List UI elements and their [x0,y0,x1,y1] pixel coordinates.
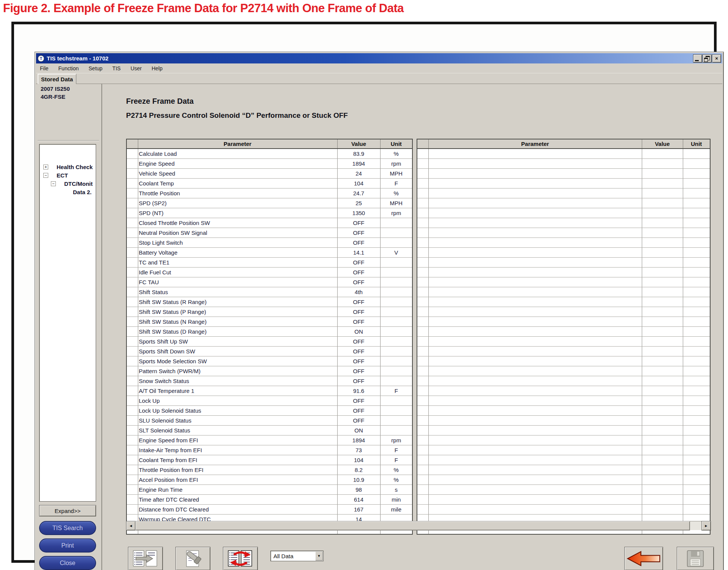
row-select-cell[interactable] [417,475,428,485]
table-row[interactable]: FC TAU OFF [126,277,412,287]
minimize-button[interactable] [693,55,702,62]
table-row[interactable]: Battery Voltage 14.1 V [126,248,412,258]
empty-table-row[interactable] [417,337,710,347]
row-select-cell[interactable] [417,366,428,376]
row-select-cell[interactable] [126,159,138,169]
row-select-cell[interactable] [126,188,138,198]
row-select-cell[interactable] [417,179,428,188]
row-select-cell[interactable] [417,238,428,248]
row-select-cell[interactable] [126,505,138,515]
table-row[interactable]: Neutral Position SW Signal OFF [126,228,412,238]
menu-user[interactable]: User [131,65,142,71]
refresh-compare-button[interactable] [223,547,258,570]
row-select-cell[interactable] [126,356,138,366]
table-row[interactable]: Shift SW Status (P Range) OFF [126,307,412,317]
tree-item-health-check[interactable]: + Health Check [39,163,96,171]
row-select-cell[interactable] [126,169,138,179]
dropdown-arrow-button[interactable]: ▼ [315,551,323,560]
scrollbar-thumb[interactable] [136,521,690,530]
menu-help[interactable]: Help [152,65,163,71]
row-select-cell[interactable] [126,258,138,268]
menu-tis[interactable]: TIS [112,65,121,71]
table-row[interactable]: Time after DTC Cleared 614 min [126,495,412,505]
table-row[interactable]: Stop Light Switch OFF [126,238,412,248]
row-select-cell[interactable] [126,376,138,386]
empty-table-row[interactable] [417,248,710,258]
back-button[interactable] [624,547,663,570]
table-row[interactable]: SLU Solenoid Status OFF [126,416,412,426]
table-row[interactable]: Coolant Temp from EFI 104 F [126,455,412,465]
table-row[interactable]: Sports Shift Up SW OFF [126,337,412,347]
row-select-cell[interactable] [126,366,138,376]
table-row[interactable]: Engine Run Time 98 s [126,485,412,495]
empty-table-row[interactable] [417,366,710,376]
empty-table-row[interactable] [417,277,710,287]
empty-table-row[interactable] [417,455,710,465]
row-select-cell[interactable] [126,445,138,455]
empty-table-row[interactable] [417,258,710,268]
empty-table-row[interactable] [417,179,710,188]
row-select-cell[interactable] [417,435,428,445]
table-row[interactable]: Accel Position from EFI 10.9 % [126,475,412,485]
menu-setup[interactable]: Setup [88,65,103,71]
table-row[interactable]: SPD (SP2) 25 MPH [126,198,412,208]
row-select-cell[interactable] [417,416,428,426]
row-select-cell[interactable] [417,396,428,406]
restore-button[interactable] [703,55,711,62]
row-select-cell[interactable] [126,228,138,238]
empty-table-row[interactable] [417,396,710,406]
empty-table-row[interactable] [417,426,710,435]
row-select-cell[interactable] [417,327,428,337]
empty-table-row[interactable] [417,327,710,337]
save-button[interactable] [677,547,714,570]
tree-collapse-icon[interactable]: − [51,181,56,186]
empty-table-row[interactable] [417,435,710,445]
empty-table-row[interactable] [417,307,710,317]
row-select-cell[interactable] [126,455,138,465]
tree-expand-icon[interactable]: + [43,165,48,169]
empty-table-row[interactable] [417,228,710,238]
close-screen-button[interactable]: Close [39,556,96,570]
tree-item-data-2[interactable]: Data 2. [39,188,96,196]
empty-table-row[interactable] [417,218,710,228]
row-select-cell[interactable] [126,337,138,347]
row-select-cell[interactable] [417,198,428,208]
copy-data-button[interactable] [128,547,163,570]
table-row[interactable]: Idle Fuel Cut OFF [126,268,412,277]
table-row[interactable]: Engine Speed from EFI 1894 rpm [126,435,412,445]
row-select-cell[interactable] [126,179,138,188]
row-select-cell[interactable] [417,297,428,307]
empty-table-row[interactable] [417,445,710,455]
data-filter-dropdown[interactable]: All Data ▼ [270,551,324,561]
row-select-cell[interactable] [417,406,428,416]
row-select-cell[interactable] [417,495,428,505]
row-select-cell[interactable] [126,238,138,248]
table-row[interactable]: Vehicle Speed 24 MPH [126,169,412,179]
row-select-cell[interactable] [417,347,428,356]
table-row[interactable]: Lock Up OFF [126,396,412,406]
empty-table-row[interactable] [417,465,710,475]
row-select-cell[interactable] [417,426,428,435]
row-select-cell[interactable] [126,297,138,307]
row-select-cell[interactable] [126,475,138,485]
empty-table-row[interactable] [417,208,710,218]
row-select-cell[interactable] [126,416,138,426]
table-row[interactable]: Shift SW Status (R Range) OFF [126,297,412,307]
table-row[interactable]: Snow Switch Status OFF [126,376,412,386]
scroll-left-button[interactable]: ◄ [126,521,135,530]
table-row[interactable]: Sports Shift Down SW OFF [126,347,412,356]
menu-function[interactable]: Function [58,65,79,71]
table-row[interactable]: Closed Throttle Position SW OFF [126,218,412,228]
row-select-cell[interactable] [417,228,428,238]
row-select-cell[interactable] [126,277,138,287]
empty-table-row[interactable] [417,297,710,307]
row-select-cell[interactable] [126,347,138,356]
table-row[interactable]: Calculate Load 83.9 % [126,149,412,159]
empty-table-row[interactable] [417,406,710,416]
table-row[interactable]: A/T Oil Temperature 1 91.6 F [126,386,412,396]
row-select-cell[interactable] [417,208,428,218]
row-select-cell[interactable] [126,198,138,208]
table-row[interactable]: Shift Status 4th [126,287,412,297]
menu-file[interactable]: File [40,65,49,71]
scroll-right-button[interactable]: ► [702,521,711,530]
